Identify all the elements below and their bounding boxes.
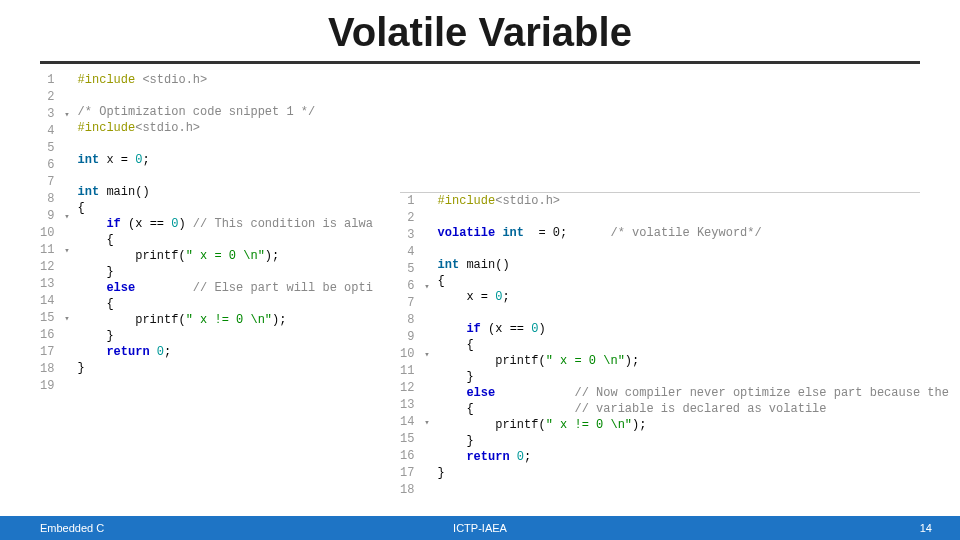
- code-line: /* Optimization code snippet 1 */: [78, 104, 373, 120]
- code-line: printf(" x != 0 \n");: [438, 417, 949, 433]
- line-number: 7: [40, 174, 70, 191]
- line-number: 3: [400, 227, 430, 244]
- line-number: 18: [400, 482, 430, 499]
- code-line: }: [438, 369, 949, 385]
- title-underline: [40, 61, 920, 64]
- footer-bar: Embedded C ICTP-IAEA 14: [0, 516, 960, 540]
- line-number: 18: [40, 361, 70, 378]
- code-line: int main(): [78, 184, 373, 200]
- line-number: 5: [40, 140, 70, 157]
- line-number: 4: [400, 244, 430, 261]
- line-number: 8: [400, 312, 430, 329]
- line-number: 7: [400, 295, 430, 312]
- code-line: { // variable is declared as volatile: [438, 401, 949, 417]
- code-line: volatile int = 0; /* volatile Keyword*/: [438, 225, 949, 241]
- code-block-right: 1 2 3 4 5 6 ▾ 7 8 9 10 ▾11 12 13 14 ▾15 …: [400, 192, 920, 499]
- line-number: 14: [40, 293, 70, 310]
- line-number: 6 ▾: [400, 278, 430, 295]
- code-line: printf(" x = 0 \n");: [438, 353, 949, 369]
- line-number: 14 ▾: [400, 414, 430, 431]
- line-number: 2: [400, 210, 430, 227]
- footer-center: ICTP-IAEA: [453, 522, 507, 534]
- line-number: 1: [40, 72, 70, 89]
- line-number: 19: [40, 378, 70, 395]
- gutter-left: 1 2 3 ▾ 4 5 6 7 8 9 ▾10 11 ▾12 13 14 15 …: [40, 72, 78, 395]
- line-number: 12: [400, 380, 430, 397]
- code-line: if (x == 0): [438, 321, 949, 337]
- line-number: 17: [400, 465, 430, 482]
- code-line: [78, 88, 373, 104]
- code-line: #include<stdio.h>: [438, 193, 949, 209]
- code-area: 1 2 3 ▾ 4 5 6 7 8 9 ▾10 11 ▾12 13 14 15 …: [40, 72, 920, 492]
- line-number: 16: [400, 448, 430, 465]
- code-line: }: [78, 264, 373, 280]
- line-number: 13: [400, 397, 430, 414]
- code-line: else // Else part will be opti: [78, 280, 373, 296]
- code-line: {: [78, 232, 373, 248]
- code-line: {: [438, 273, 949, 289]
- line-number: 15 ▾: [40, 310, 70, 327]
- line-number: 2: [40, 89, 70, 106]
- code-line: else // Now compiler never optimize else…: [438, 385, 949, 401]
- line-number: 9 ▾: [40, 208, 70, 225]
- line-number: 16: [40, 327, 70, 344]
- line-number: 10: [40, 225, 70, 242]
- code-line: }: [78, 328, 373, 344]
- code-line: int main(): [438, 257, 949, 273]
- code-line: #include <stdio.h>: [78, 72, 373, 88]
- code-line: [78, 136, 373, 152]
- code-line: [438, 305, 949, 321]
- line-number: 3 ▾: [40, 106, 70, 123]
- code-line: printf(" x != 0 \n");: [78, 312, 373, 328]
- line-number: 13: [40, 276, 70, 293]
- line-number: 12: [40, 259, 70, 276]
- line-number: 8: [40, 191, 70, 208]
- line-number: 11: [400, 363, 430, 380]
- line-number: 6: [40, 157, 70, 174]
- code-line: }: [438, 465, 949, 481]
- line-number: 5: [400, 261, 430, 278]
- code-line: #include<stdio.h>: [78, 120, 373, 136]
- code-line: x = 0;: [438, 289, 949, 305]
- code-block-left: 1 2 3 ▾ 4 5 6 7 8 9 ▾10 11 ▾12 13 14 15 …: [40, 72, 440, 395]
- line-number: 9: [400, 329, 430, 346]
- code-lines-left: #include <stdio.h> /* Optimization code …: [78, 72, 373, 395]
- code-line: {: [78, 200, 373, 216]
- code-line: printf(" x = 0 \n");: [78, 248, 373, 264]
- gutter-right: 1 2 3 4 5 6 ▾ 7 8 9 10 ▾11 12 13 14 ▾15 …: [400, 193, 438, 499]
- line-number: 17: [40, 344, 70, 361]
- code-line: return 0;: [78, 344, 373, 360]
- line-number: 1: [400, 193, 430, 210]
- code-line: [78, 168, 373, 184]
- line-number: 15: [400, 431, 430, 448]
- code-line: {: [438, 337, 949, 353]
- code-line: [438, 209, 949, 225]
- code-line: }: [438, 433, 949, 449]
- code-line: if (x == 0) // This condition is alwa: [78, 216, 373, 232]
- code-line: }: [78, 360, 373, 376]
- code-line: return 0;: [438, 449, 949, 465]
- code-line: [438, 241, 949, 257]
- code-lines-right: #include<stdio.h> volatile int = 0; /* v…: [438, 193, 949, 499]
- line-number: 11 ▾: [40, 242, 70, 259]
- footer-page: 14: [920, 522, 932, 534]
- slide-title: Volatile Variable: [0, 0, 960, 61]
- footer-left: Embedded C: [40, 522, 104, 534]
- code-line: int x = 0;: [78, 152, 373, 168]
- line-number: 4: [40, 123, 70, 140]
- line-number: 10 ▾: [400, 346, 430, 363]
- code-line: {: [78, 296, 373, 312]
